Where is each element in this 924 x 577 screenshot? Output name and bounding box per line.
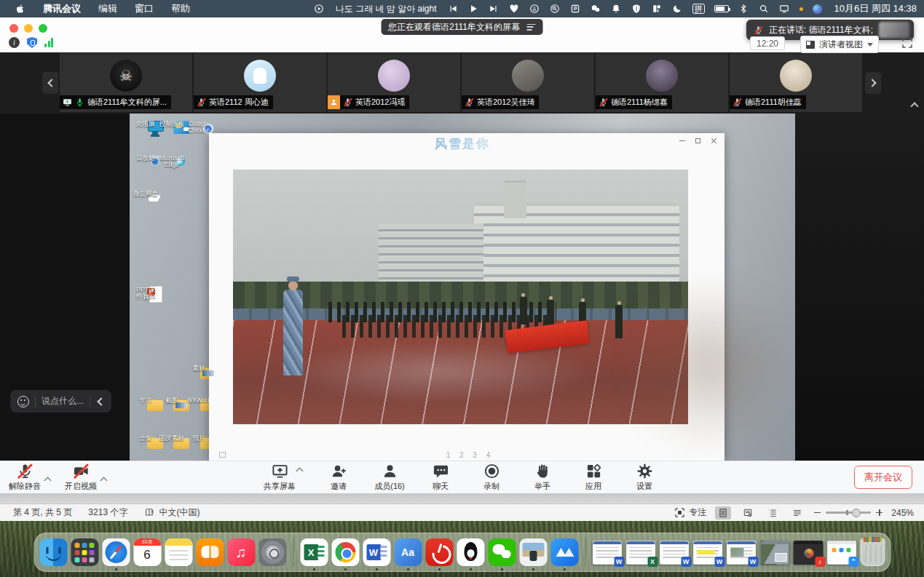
participant-tile[interactable]: 英语2012吴佳琦: [462, 53, 594, 112]
ppt-minimize-icon[interactable]: [679, 140, 685, 142]
slide-pager[interactable]: 1 2 3 4: [446, 451, 494, 459]
ppt-maximize-icon[interactable]: [695, 138, 700, 143]
desktop-icon-edge[interactable]: Microsoft Edge: [159, 154, 185, 168]
desktop-icon-cloud-drive[interactable]: 微云网盘: [133, 189, 159, 197]
outline-view-button[interactable]: [765, 506, 781, 520]
minimized-netease-window[interactable]: ♪: [793, 541, 823, 565]
participant-tile[interactable]: 英语2012冯瑶: [328, 53, 460, 112]
zoom-out-icon[interactable]: [814, 512, 821, 514]
desktop-icon-folder[interactable]: 照片: [186, 434, 212, 442]
web-layout-view-button[interactable]: [740, 506, 756, 520]
bluetooth-icon[interactable]: [738, 4, 749, 15]
minimized-word-window-highlight[interactable]: W: [692, 541, 722, 565]
desktop-icon-control-panel[interactable]: 控制面板: [159, 119, 185, 127]
input-method-icon[interactable]: 拼: [692, 4, 705, 14]
dock-excel-icon[interactable]: X: [300, 538, 328, 566]
collapse-strip-icon[interactable]: [912, 99, 917, 112]
fullscreen-icon[interactable]: [901, 36, 914, 49]
desktop-icon-recycle-bin[interactable]: 回收站: [133, 154, 159, 162]
media-play-icon[interactable]: [468, 4, 479, 15]
dock-word-icon[interactable]: W: [363, 538, 390, 566]
share-screen-button[interactable]: 共享屏幕: [264, 463, 296, 492]
dock-netease-music-icon[interactable]: [425, 538, 453, 566]
record-button[interactable]: 录制: [475, 463, 508, 492]
dock-calendar-icon[interactable]: 10月 6: [133, 538, 161, 566]
minimized-meeting-window[interactable]: ⌃: [826, 541, 856, 565]
page-info[interactable]: 第 4 页, 共 5 页: [13, 506, 72, 519]
pastenow-menu-icon[interactable]: [570, 4, 581, 15]
now-playing-icon[interactable]: [314, 4, 325, 15]
zoom-in-icon[interactable]: [876, 509, 882, 516]
minimized-photo-window[interactable]: [759, 541, 789, 565]
chat-button[interactable]: 聊天: [425, 463, 457, 492]
dock-qq-icon[interactable]: [457, 538, 484, 566]
dock-preview-icon[interactable]: [519, 538, 547, 566]
dock-system-settings-icon[interactable]: [258, 538, 286, 566]
minimized-word-window-photo[interactable]: W: [726, 541, 756, 565]
view-mode-dropdown[interactable]: 演讲者视图: [800, 36, 879, 53]
apps-button[interactable]: 应用: [577, 463, 609, 492]
raise-hand-button[interactable]: 举手: [526, 463, 558, 492]
heart-menu-icon[interactable]: [509, 4, 520, 15]
dock-launchpad-icon[interactable]: [71, 538, 98, 566]
window-manager-menu-icon[interactable]: [652, 4, 663, 15]
spotlight-search-icon[interactable]: [759, 4, 770, 15]
video-options-chevron[interactable]: [100, 477, 108, 484]
dock-books-icon[interactable]: [196, 538, 224, 566]
desktop-icon-chrome[interactable]: Google Chrome: [186, 119, 212, 134]
desktop-icon-ppt-file[interactable]: PPT课件.pptx: [133, 285, 159, 300]
share-options-chevron[interactable]: [296, 468, 304, 475]
dock-safari-icon[interactable]: [102, 538, 130, 566]
participant-tile[interactable]: 英语2112 周心迪: [194, 53, 326, 112]
dock-chrome-icon[interactable]: [331, 538, 359, 566]
meeting-security-shield-icon[interactable]: [27, 37, 37, 48]
menu-window[interactable]: 窗口: [135, 2, 154, 15]
members-button[interactable]: 成员(16): [374, 463, 406, 492]
chat-placeholder[interactable]: 说点什么...: [42, 395, 84, 407]
settings-button[interactable]: 设置: [628, 463, 660, 492]
word-count[interactable]: 3213 个字: [88, 506, 127, 519]
scroll-right-button[interactable]: [865, 72, 881, 94]
dock-eudic-dictionary-icon[interactable]: Aa: [394, 538, 422, 566]
zoom-window-button[interactable]: [39, 24, 47, 33]
participant-tile[interactable]: 德语2111杨缌嘉: [596, 53, 728, 112]
start-video-button[interactable]: 开启视频: [65, 463, 97, 492]
participant-tile[interactable]: 德语2111胡佳蕊: [730, 53, 862, 112]
search-circle-menu-icon[interactable]: [550, 4, 561, 15]
display-menu-icon[interactable]: [779, 4, 790, 15]
desktop-icon-folder[interactable]: 素材: [186, 364, 212, 372]
participant-tile[interactable]: 德语2111牟文科的屏...: [60, 53, 192, 112]
unmute-button[interactable]: 解除静音: [9, 463, 41, 492]
close-window-button[interactable]: [9, 24, 18, 33]
minimized-word-window[interactable]: W: [592, 541, 622, 565]
apple-menu-icon[interactable]: [15, 4, 25, 15]
scroll-left-button[interactable]: [42, 72, 58, 94]
wechat-menu-icon[interactable]: [591, 4, 601, 15]
dock-trash-icon[interactable]: [860, 538, 885, 566]
language-status[interactable]: 中文(中国): [143, 506, 200, 519]
chat-quick-input[interactable]: 说点什么...: [10, 390, 111, 413]
menu-help[interactable]: 帮助: [171, 2, 190, 15]
zoom-slider-track[interactable]: [826, 512, 871, 514]
zoom-slider-handle[interactable]: [852, 509, 861, 517]
media-previous-icon[interactable]: [448, 4, 459, 15]
zoom-slider[interactable]: [814, 509, 882, 516]
network-signal-icon[interactable]: [44, 38, 53, 47]
leave-meeting-button[interactable]: 离开会议: [854, 466, 912, 489]
shield-menu-icon[interactable]: [631, 4, 642, 15]
dock-music-icon[interactable]: [227, 538, 255, 566]
minimized-excel-window[interactable]: X: [625, 541, 655, 565]
zoom-level[interactable]: 245%: [891, 508, 914, 518]
desktop-icon-folder[interactable]: 截图: [159, 396, 185, 404]
draft-view-button[interactable]: [789, 506, 805, 520]
desktop-icon-folder[interactable]: WXWork: [186, 396, 212, 404]
emoji-icon[interactable]: [17, 396, 29, 407]
meeting-info-icon[interactable]: [9, 37, 20, 48]
notification-bell-icon[interactable]: [611, 4, 622, 15]
desktop-icon-folder[interactable]: 国庆素材: [159, 434, 185, 442]
dock-notes-icon[interactable]: [165, 538, 192, 566]
focus-mode-button[interactable]: 专注: [674, 506, 706, 519]
ppt-window[interactable]: 风雪是你 1 2 3: [209, 133, 724, 461]
do-not-disturb-moon-icon[interactable]: [672, 4, 683, 15]
mute-options-chevron[interactable]: [44, 477, 52, 484]
